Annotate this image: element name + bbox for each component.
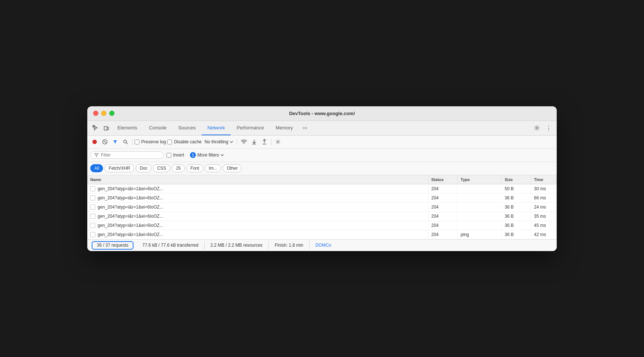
title-bar: DevTools - www.google.com/: [87, 106, 557, 121]
network-settings-button[interactable]: [274, 137, 282, 146]
svg-point-8: [124, 140, 127, 143]
row-checkbox[interactable]: [90, 232, 95, 237]
cursor-icon[interactable]: [90, 123, 100, 133]
cell-name: gen_204?atyp=i&r=1&ei=6IoOZ...: [87, 230, 428, 239]
tab-performance[interactable]: Performance: [231, 121, 270, 135]
cell-time: 35 ms: [531, 212, 557, 221]
invert-label[interactable]: Invert: [167, 152, 184, 158]
cell-size: 36 B: [502, 194, 531, 202]
preserve-log-checkbox[interactable]: [135, 140, 139, 144]
search-button[interactable]: [121, 137, 130, 146]
tab-items: Elements Console Sources Network Perform…: [111, 121, 532, 135]
cell-type: [458, 224, 502, 227]
cell-status: 204: [428, 221, 458, 230]
cell-time: 24 ms: [531, 203, 557, 211]
cell-size: 50 B: [502, 184, 531, 193]
tab-bar-right: ⋮: [532, 123, 554, 133]
filter-input[interactable]: [101, 152, 160, 158]
tab-memory[interactable]: Memory: [270, 121, 299, 135]
column-header-type: Type: [458, 175, 502, 184]
cell-type: ping: [458, 230, 502, 239]
filter-button[interactable]: [111, 137, 120, 146]
table-row[interactable]: gen_204?atyp=i&r=1&ei=6IoOZ... 204 36 B …: [87, 194, 557, 203]
cell-status: 204: [428, 184, 458, 193]
cell-name: gen_204?atyp=i&r=1&ei=6IoOZ...: [87, 184, 428, 193]
toolbar-divider: [132, 139, 132, 145]
more-filters-button[interactable]: 1 More filters: [187, 151, 227, 159]
clear-button[interactable]: [100, 137, 109, 146]
resource-tab-css[interactable]: CSS: [153, 164, 170, 172]
resource-tab-doc[interactable]: Doc: [136, 164, 151, 172]
tab-console[interactable]: Console: [143, 121, 172, 135]
resource-tab-font[interactable]: Font: [186, 164, 203, 172]
customize-icon[interactable]: ⋮: [544, 123, 554, 133]
table-row[interactable]: gen_204?atyp=i&r=1&ei=6IoOZ... 204 50 B …: [87, 184, 557, 194]
tab-bar: Elements Console Sources Network Perform…: [87, 121, 557, 136]
table-row[interactable]: gen_204?atyp=i&r=1&ei=6IoOZ... 204 36 B …: [87, 221, 557, 230]
filter-input-wrap: [90, 151, 164, 159]
resource-tab-js[interactable]: JS: [172, 164, 185, 172]
row-checkbox[interactable]: [90, 223, 95, 228]
cell-name: gen_204?atyp=i&r=1&ei=6IoOZ...: [87, 212, 428, 221]
filter-count-badge: 1: [190, 152, 196, 158]
import-button[interactable]: [250, 137, 259, 146]
throttle-select[interactable]: No throttling: [203, 139, 235, 145]
table-row[interactable]: gen_204?atyp=i&r=1&ei=6IoOZ... 204 36 B …: [87, 212, 557, 221]
disable-cache-label[interactable]: Disable cache: [167, 139, 201, 144]
preserve-log-label[interactable]: Preserve log: [135, 139, 166, 144]
cell-name: gen_204?atyp=i&r=1&ei=6IoOZ...: [87, 221, 428, 230]
svg-rect-2: [107, 127, 109, 130]
requests-section: 36 / 37 requests: [92, 241, 133, 250]
settings-icon[interactable]: [532, 123, 542, 133]
column-header-status: Status: [428, 175, 458, 184]
cell-time: 45 ms: [531, 221, 557, 230]
cell-time: 30 ms: [531, 184, 557, 193]
row-checkbox[interactable]: [90, 186, 95, 191]
svg-line-9: [126, 143, 128, 144]
row-checkbox[interactable]: [90, 205, 95, 210]
tab-network[interactable]: Network: [202, 121, 231, 135]
network-toolbar: Preserve log Disable cache No throttling: [87, 136, 557, 149]
tab-sources[interactable]: Sources: [172, 121, 202, 135]
close-button[interactable]: [93, 111, 98, 116]
traffic-lights: [93, 111, 114, 116]
cell-status: 204: [428, 194, 458, 202]
transferred-section: 77.6 kB / 77.6 kB transferred: [136, 241, 205, 250]
resource-tab-fetch-xhr[interactable]: Fetch/XHR: [105, 164, 134, 172]
tab-bar-left: [90, 123, 111, 133]
disable-cache-checkbox[interactable]: [167, 140, 172, 144]
finish-section: Finish: 1.8 min: [269, 241, 310, 250]
minimize-button[interactable]: [101, 111, 106, 116]
stop-recording-button[interactable]: [90, 137, 99, 146]
maximize-button[interactable]: [109, 111, 114, 116]
filter-funnel-icon: [94, 153, 99, 157]
table-row[interactable]: gen_204?atyp=i&r=1&ei=6IoOZ... 204 36 B …: [87, 203, 557, 212]
cell-status: 204: [428, 230, 458, 239]
resource-tab-all[interactable]: All: [90, 164, 103, 172]
svg-point-4: [536, 127, 538, 129]
table-row[interactable]: gen_204?atyp=i&r=1&ei=6IoOZ... 204 ping …: [87, 230, 557, 239]
resources-section: 2.2 MB / 2.2 MB resources: [205, 241, 269, 250]
column-header-time: Time: [531, 175, 557, 184]
cell-type: [458, 205, 502, 209]
row-checkbox[interactable]: [90, 214, 95, 219]
invert-checkbox[interactable]: [167, 153, 171, 158]
resource-tab-other[interactable]: Other: [223, 164, 242, 172]
svg-point-10: [277, 141, 279, 143]
online-icon[interactable]: [239, 137, 248, 146]
more-tabs-icon[interactable]: >>: [300, 123, 311, 133]
cell-size: 36 B: [502, 203, 531, 211]
tab-elements[interactable]: Elements: [111, 121, 143, 135]
svg-line-7: [104, 141, 106, 143]
status-bar: 36 / 37 requests 77.6 kB / 77.6 kB trans…: [87, 239, 557, 251]
window-title: DevTools - www.google.com/: [289, 111, 355, 116]
row-checkbox[interactable]: [90, 195, 95, 200]
device-toolbar-icon[interactable]: [101, 123, 111, 133]
cell-type: [458, 187, 502, 191]
network-table: Name Status Type Size Time gen_204?atyp=…: [87, 175, 557, 239]
export-button[interactable]: [260, 137, 269, 146]
domco-section: DOMCo: [310, 241, 337, 250]
resource-tab-img[interactable]: Im...: [205, 164, 221, 172]
svg-rect-1: [104, 126, 107, 130]
toolbar-divider-2: [237, 139, 237, 145]
